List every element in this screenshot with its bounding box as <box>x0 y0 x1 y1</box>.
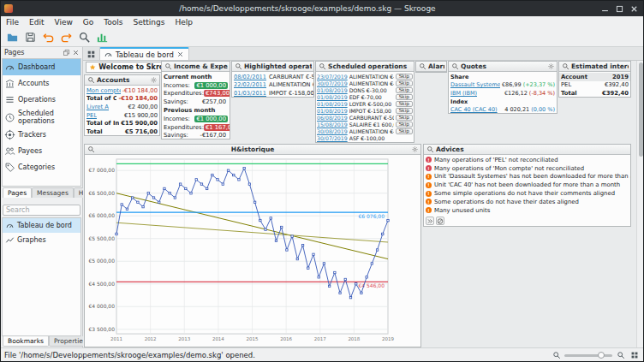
operation-date-link[interactable]: 01/08/2019 <box>317 101 348 107</box>
sidebar-page-item[interactable]: Payees <box>3 143 80 159</box>
skip-button[interactable]: Skip <box>396 80 413 86</box>
tab-close-button[interactable] <box>176 50 185 59</box>
widget-zoom-button[interactable] <box>234 62 242 71</box>
account-name[interactable]: Total of Investment <box>86 120 119 127</box>
operation-date-link[interactable]: 08/02/2011 <box>234 74 266 80</box>
widget-menu-button[interactable] <box>410 145 419 154</box>
sidebar-page-item[interactable]: Scheduled operations <box>3 108 80 127</box>
open-button[interactable] <box>3 29 21 45</box>
sidebar-page-item[interactable]: Trackers <box>3 127 80 143</box>
bookmark-item[interactable]: Graphes <box>3 233 80 247</box>
sidebar-page-item[interactable]: Accounts <box>3 75 80 92</box>
quote-name[interactable]: Dassault Systemes (DASTY) <box>450 81 500 88</box>
redo-button[interactable] <box>57 29 75 45</box>
widget-menu-button[interactable] <box>546 62 555 71</box>
advice-dismiss-button[interactable] <box>436 217 444 225</box>
widget-zoom-button[interactable] <box>86 145 95 154</box>
vertical-scrollbar[interactable] <box>636 61 643 347</box>
quote-name[interactable]: IBM (IBM) <box>450 90 477 97</box>
dock-close-button[interactable] <box>71 48 80 57</box>
widget-zoom-button[interactable] <box>164 62 172 71</box>
operation-date-link[interactable]: 30/07/2019 <box>317 135 348 141</box>
tab-list-button[interactable] <box>84 48 98 60</box>
quote-name[interactable]: Index <box>450 98 468 105</box>
operation-date-link[interactable]: 30/07/2019 <box>317 80 348 86</box>
account-name[interactable]: Mon compte <box>86 87 121 94</box>
advice-item[interactable]: Some operations do not have their dates … <box>424 198 630 206</box>
dock-tab[interactable]: Messages <box>32 187 74 198</box>
operation-date-link[interactable]: 06/08/2019 <box>317 115 348 121</box>
dock-float-button[interactable] <box>62 48 71 57</box>
sidebar-page-item[interactable]: Categories <box>3 159 80 175</box>
sidebar-page-item[interactable]: Operations <box>3 92 80 108</box>
zoom-slider-handle[interactable] <box>598 352 605 359</box>
skip-button[interactable]: Skip <box>396 94 413 100</box>
save-button[interactable] <box>21 29 39 45</box>
history-widget-header: H&istorique <box>85 145 420 155</box>
zoom-in-button[interactable] <box>615 349 626 360</box>
toolbar-icon <box>24 31 37 44</box>
undo-button[interactable] <box>39 29 57 45</box>
zoom-out-button[interactable] <box>551 349 562 360</box>
bookmarks-search-input[interactable] <box>3 205 80 216</box>
widget-zoom-button[interactable] <box>86 76 95 85</box>
quote-name[interactable]: Share <box>450 74 468 80</box>
search-button[interactable] <box>75 29 92 45</box>
menu-item[interactable]: View <box>50 16 78 28</box>
dock-tab[interactable]: Pages <box>3 187 32 198</box>
operation-date-link[interactable]: 30/08/2019 <box>317 128 348 134</box>
advice-apply-button[interactable] <box>426 217 434 225</box>
minimize-button[interactable] <box>599 3 611 15</box>
tab-tableau-de-bord[interactable]: Tableau de bord <box>99 47 189 60</box>
account-name[interactable]: Total <box>86 128 103 135</box>
advice-item[interactable]: Unit 'Dassault Systemes' has not been do… <box>424 173 630 181</box>
zoom-slider[interactable] <box>564 350 612 360</box>
operation-date-link[interactable]: 01/08/2019 <box>317 87 348 93</box>
maximize-button[interactable] <box>613 3 625 15</box>
account-name[interactable]: Total of Current <box>86 95 116 102</box>
skip-button[interactable]: Skip <box>396 74 413 80</box>
skip-button[interactable]: Skip <box>396 87 413 93</box>
menu-item[interactable]: Go <box>78 16 98 28</box>
account-balance: €5 716,00 <box>125 128 158 135</box>
widget-zoom-button[interactable] <box>418 62 426 71</box>
advice-item[interactable]: Many operations of 'PEL' not reconciliat… <box>424 156 630 164</box>
advice-item[interactable]: Many operations of 'Mon compte' not reco… <box>424 164 630 173</box>
close-button[interactable] <box>628 3 640 15</box>
skip-button[interactable]: Skip <box>396 128 413 134</box>
menu-item[interactable]: Help <box>170 16 198 28</box>
operation-date-link[interactable]: 15/08/2019 <box>317 122 348 128</box>
advice-item[interactable]: Many unused units <box>424 206 630 215</box>
dock-tab[interactable]: Bookmarks <box>3 336 49 347</box>
bookmark-item[interactable]: Tableau de bord <box>3 218 80 233</box>
operation-date-link[interactable]: 01/08/2019 <box>317 94 348 100</box>
widget-zoom-button[interactable] <box>318 62 326 71</box>
skip-button[interactable]: Skip <box>396 101 413 107</box>
menu-item[interactable]: Settings <box>128 16 170 28</box>
skip-button[interactable]: Skip <box>396 108 413 114</box>
quote-row: Share <box>449 73 557 81</box>
menu-item[interactable]: Edit <box>24 16 49 28</box>
menu-item[interactable]: File <box>1 16 24 28</box>
operation-date-link[interactable]: 22/02/2011 <box>234 81 266 88</box>
sidebar-page-item[interactable]: Dashboard <box>3 59 80 75</box>
operation-date-link[interactable]: 01/03/2011 <box>234 90 266 97</box>
grid-view-button[interactable] <box>629 349 640 360</box>
scrollbar-thumb[interactable] <box>639 62 643 157</box>
skip-button[interactable]: Skip <box>396 115 413 121</box>
operation-date-link[interactable]: 23/07/2019 <box>317 74 348 80</box>
advice-item[interactable]: Some simple operations do not have their… <box>424 189 630 198</box>
quote-row: Dassault Systemes (DASTY) €86,99(+23,37 … <box>449 81 557 90</box>
widget-zoom-button[interactable] <box>450 62 459 71</box>
skip-button[interactable]: Skip <box>396 122 413 128</box>
menu-item[interactable]: Tools <box>98 16 128 28</box>
account-name[interactable]: Livret A <box>86 104 109 110</box>
widget-zoom-button[interactable] <box>426 145 434 154</box>
widget-menu-button[interactable] <box>149 76 158 85</box>
account-name[interactable]: PEL <box>86 112 97 119</box>
quote-name[interactable]: CAC 40 (CAC 40) <box>450 106 498 113</box>
advice-item[interactable]: Unit 'CAC 40' has not been downloaded fo… <box>424 181 630 189</box>
report-button[interactable] <box>93 29 110 45</box>
operation-date-link[interactable]: 01/08/2019 <box>317 108 348 114</box>
widget-zoom-button[interactable] <box>561 62 569 71</box>
